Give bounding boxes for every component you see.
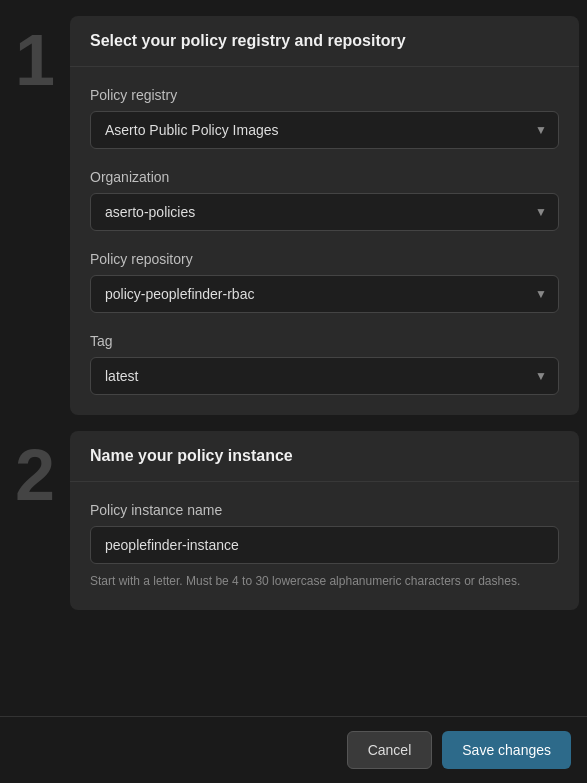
policy-repository-select[interactable]: policy-peoplefinder-rbac [90, 275, 559, 313]
policy-registry-select-wrapper: Aserto Public Policy Images ▼ [90, 111, 559, 149]
policy-instance-name-input[interactable] [90, 526, 559, 564]
policy-repository-label: Policy repository [90, 251, 559, 267]
policy-registry-select[interactable]: Aserto Public Policy Images [90, 111, 559, 149]
policy-repository-group: Policy repository policy-peoplefinder-rb… [90, 251, 559, 313]
save-changes-button[interactable]: Save changes [442, 731, 571, 769]
policy-registry-label: Policy registry [90, 87, 559, 103]
organization-label: Organization [90, 169, 559, 185]
step1-title: Select your policy registry and reposito… [90, 32, 406, 49]
step2-card: Name your policy instance Policy instanc… [70, 431, 579, 610]
tag-select-wrapper: latest ▼ [90, 357, 559, 395]
step1-header: Select your policy registry and reposito… [70, 16, 579, 67]
organization-group: Organization aserto-policies ▼ [90, 169, 559, 231]
policy-instance-name-label: Policy instance name [90, 502, 559, 518]
step1-number: 1 [0, 16, 70, 96]
organization-select[interactable]: aserto-policies [90, 193, 559, 231]
footer-bar: Cancel Save changes [0, 716, 587, 783]
step2-title: Name your policy instance [90, 447, 293, 464]
policy-instance-name-help: Start with a letter. Must be 4 to 30 low… [90, 572, 559, 590]
policy-repository-select-wrapper: policy-peoplefinder-rbac ▼ [90, 275, 559, 313]
policy-registry-group: Policy registry Aserto Public Policy Ima… [90, 87, 559, 149]
page-container: 1 Select your policy registry and reposi… [0, 0, 587, 783]
tag-select[interactable]: latest [90, 357, 559, 395]
policy-instance-name-group: Policy instance name Start with a letter… [90, 502, 559, 590]
cancel-button[interactable]: Cancel [347, 731, 433, 769]
organization-select-wrapper: aserto-policies ▼ [90, 193, 559, 231]
step1-card: Select your policy registry and reposito… [70, 16, 579, 415]
step1-body: Policy registry Aserto Public Policy Ima… [70, 67, 579, 415]
step2-number: 2 [0, 431, 70, 511]
step2-section: 2 Name your policy instance Policy insta… [0, 431, 587, 610]
tag-group: Tag latest ▼ [90, 333, 559, 395]
step2-header: Name your policy instance [70, 431, 579, 482]
step1-section: 1 Select your policy registry and reposi… [0, 16, 587, 415]
step2-body: Policy instance name Start with a letter… [70, 482, 579, 610]
tag-label: Tag [90, 333, 559, 349]
